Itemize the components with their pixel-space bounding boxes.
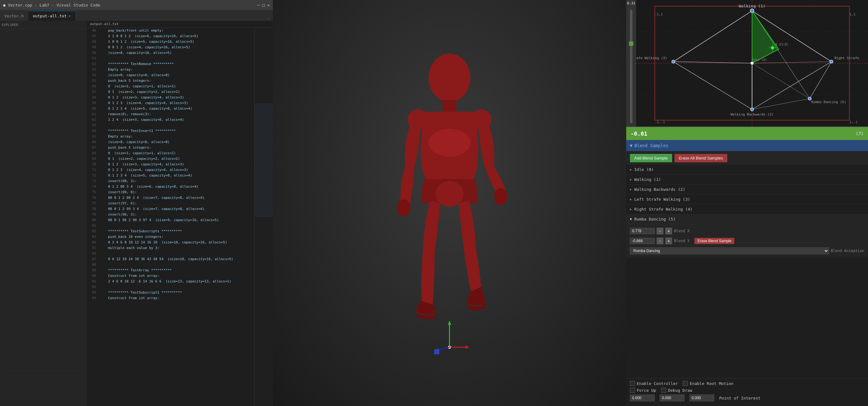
controls-row-3: Point of Interest bbox=[630, 395, 864, 401]
blend-index: (7) bbox=[856, 131, 864, 136]
svg-text:1,1: 1,1 bbox=[849, 12, 856, 16]
line-content: multiple each value by 3: bbox=[99, 245, 159, 251]
enable-controller-label[interactable]: Enable Controller bbox=[630, 381, 678, 386]
blend-samples-arrow[interactable]: ▼ bbox=[630, 143, 632, 148]
line-number: 48 bbox=[87, 39, 99, 44]
line-number: 62 bbox=[87, 117, 99, 123]
viewport-panel[interactable] bbox=[273, 0, 626, 406]
line-content bbox=[99, 251, 100, 257]
erase-blend-sample-button[interactable]: Erase Blend Sample bbox=[694, 238, 734, 244]
expand-icon-walking-backwards[interactable]: ▶ bbox=[630, 188, 632, 191]
editor-menu-icon[interactable]: ⋯ bbox=[268, 16, 270, 21]
svg-point-42 bbox=[750, 9, 754, 13]
code-editor-area: output-all.txt 46 pop_back/front until e… bbox=[87, 21, 273, 406]
tab-vector-h-label: Vector.h bbox=[4, 13, 24, 18]
sample-item-left-strafe[interactable]: ▶ Left Strafe Walking (3) bbox=[626, 195, 868, 204]
line-content: 0 (size=1, capacity=1, allocs=1) bbox=[99, 150, 176, 156]
line-content: 1 2 4 (size=3, capacity=8, allocs=4) bbox=[99, 117, 184, 123]
svg-text:1,-1: 1,-1 bbox=[849, 120, 858, 124]
line-content: 0 6 12 18 24 30 36 42 48 54 (size=10, ca… bbox=[99, 257, 233, 262]
poi-label: Point of Interest bbox=[719, 396, 761, 400]
sample-item-right-strafe[interactable]: ▶ Right Strafe Walking (4) bbox=[626, 204, 868, 214]
code-line: 49 0 0 1 2 (size=4, capacity=16, allocs=… bbox=[87, 44, 254, 50]
line-content: 0 1 2 3 4 (size=5, capacity=8, allocs=4) bbox=[99, 173, 192, 178]
expand-icon-walking[interactable]: ▶ bbox=[630, 178, 632, 181]
vscode-title: ● Vector.cpp - Lab7 - Visual Studio Code bbox=[3, 3, 100, 7]
erase-all-blend-samples-button[interactable]: Erase All Blend Samples bbox=[675, 154, 727, 162]
force-up-label[interactable]: Force Up bbox=[630, 388, 656, 393]
tab-close-icon[interactable]: ✕ bbox=[68, 14, 71, 18]
blend-y-minus-button[interactable]: - bbox=[657, 238, 663, 244]
graph-area[interactable]: Walking (1) -1,1 1,1 -1,-1 1,-1 Left Str… bbox=[636, 0, 868, 126]
blend-y-input[interactable] bbox=[630, 238, 655, 244]
code-line: 60 0 1 2 3 4 (size=5, capacity=8, allocs… bbox=[87, 106, 254, 111]
svg-text:Walking Backwards (2): Walking Backwards (2) bbox=[731, 112, 773, 116]
line-number: 82 bbox=[87, 229, 99, 234]
line-content: ********** TestSubscripts ********** bbox=[99, 229, 182, 234]
code-line: 94 Construct from int array: bbox=[87, 296, 254, 301]
line-content: 0 1 2 00 3 4 (size=6, capacity=8, allocs… bbox=[99, 184, 198, 190]
blend-y-plus-button[interactable]: + bbox=[665, 238, 672, 244]
code-area[interactable]: 46 pop_back/front until empty:47 2 1 0 0… bbox=[87, 28, 273, 406]
force-up-checkbox[interactable] bbox=[630, 388, 635, 393]
sample-list[interactable]: ▶ Idle (0) ▶ Walking (1) ▶ Walking Backw… bbox=[626, 165, 868, 378]
expand-icon-left-strafe[interactable]: ▶ bbox=[630, 198, 632, 201]
line-content: insert(97, 6): bbox=[99, 201, 137, 206]
line-content: 00 0 1 2 00 3 4 (size=7, capacity=8, all… bbox=[99, 195, 205, 201]
line-number: 79 bbox=[87, 212, 99, 217]
sample-item-walking-backwards[interactable]: ▶ Walking Backwards (2) bbox=[626, 184, 868, 195]
line-content: Empty array: bbox=[99, 67, 133, 72]
minimize-icon[interactable]: ─ bbox=[258, 3, 260, 7]
transform-gizmo[interactable] bbox=[431, 319, 468, 357]
line-number: 65 bbox=[87, 134, 99, 139]
add-blend-sample-button[interactable]: Add Blend Sample bbox=[630, 154, 672, 162]
line-number: 54 bbox=[87, 72, 99, 78]
code-line: 79 insert(96, 3): bbox=[87, 212, 254, 217]
sample-item-rumba[interactable]: ▼ Rumba Dancing (5) bbox=[626, 214, 868, 224]
v-slider[interactable]: 0.31 bbox=[626, 0, 636, 126]
code-line: 75 insert(00, 0): bbox=[87, 190, 254, 195]
close-icon[interactable]: ✕ bbox=[267, 3, 270, 7]
line-number: 66 bbox=[87, 139, 99, 145]
tab-output-all[interactable]: output-all.txt ✕ bbox=[29, 11, 75, 21]
blend-x-plus-button[interactable]: + bbox=[665, 228, 672, 234]
line-number: 81 bbox=[87, 223, 99, 229]
sample-item-walking[interactable]: ▶ Walking (1) bbox=[626, 175, 868, 184]
line-number: 73 bbox=[87, 178, 99, 184]
blend-x-minus-button[interactable]: - bbox=[657, 228, 663, 234]
line-content bbox=[99, 223, 100, 229]
y-coord-input[interactable] bbox=[660, 395, 684, 401]
code-line: 62 1 2 4 (size=3, capacity=8, allocs=4) bbox=[87, 117, 254, 123]
animation-select[interactable]: Rumba Dancing Idle Walking bbox=[630, 247, 829, 254]
svg-text:Walking (1): Walking (1) bbox=[739, 4, 765, 8]
code-line: 78 00 0 1 2 99 3 4 (size=7, capacity=8, … bbox=[87, 206, 254, 212]
sample-item-idle[interactable]: ▶ Idle (0) bbox=[626, 165, 868, 175]
enable-root-motion-checkbox[interactable] bbox=[683, 381, 688, 386]
code-line: 93 ********** TestSubscript1 ********** bbox=[87, 290, 254, 296]
maximize-icon[interactable]: □ bbox=[262, 3, 265, 7]
line-number: 60 bbox=[87, 106, 99, 111]
code-line: 47 2 1 0 0 1 2 (size=6, capacity=16, all… bbox=[87, 33, 254, 39]
svg-text:0.01(B): 0.01(B) bbox=[776, 43, 788, 46]
code-line: 87 0 6 12 18 24 30 36 42 48 54 (size=10,… bbox=[87, 257, 254, 262]
line-content: (size=0, capacity=16, allocs=5) bbox=[99, 50, 172, 56]
blend-graph[interactable]: 0.31 bbox=[626, 0, 868, 127]
x-coord-input[interactable] bbox=[630, 395, 655, 401]
z-coord-input[interactable] bbox=[689, 395, 714, 401]
line-content: (size=0, capacity=0, allocs=0) bbox=[99, 72, 169, 78]
expand-icon-rumba[interactable]: ▼ bbox=[630, 217, 632, 221]
enable-controller-checkbox[interactable] bbox=[630, 381, 635, 386]
expand-icon-idle[interactable]: ▶ bbox=[630, 168, 632, 171]
v-slider-thumb[interactable] bbox=[629, 41, 633, 46]
line-content: 1 0 0 1 2 (size=5, capacity=16, allocs=5… bbox=[99, 39, 194, 44]
enable-root-motion-label[interactable]: Enable Root Motion bbox=[683, 381, 734, 386]
debug-draw-checkbox[interactable] bbox=[661, 388, 666, 393]
svg-point-8 bbox=[436, 181, 463, 207]
debug-draw-label[interactable]: Debug Draw bbox=[661, 388, 692, 393]
tab-vector-h[interactable]: Vector.h bbox=[0, 11, 29, 21]
blend-x-input[interactable] bbox=[630, 228, 655, 234]
v-slider-track[interactable] bbox=[630, 10, 632, 123]
code-line: 57 0 1 (size=2, capacity=2, allocs=2) bbox=[87, 89, 254, 95]
expand-icon-right-strafe[interactable]: ▶ bbox=[630, 207, 632, 211]
line-content: remove(0), remove(3): bbox=[99, 111, 151, 117]
